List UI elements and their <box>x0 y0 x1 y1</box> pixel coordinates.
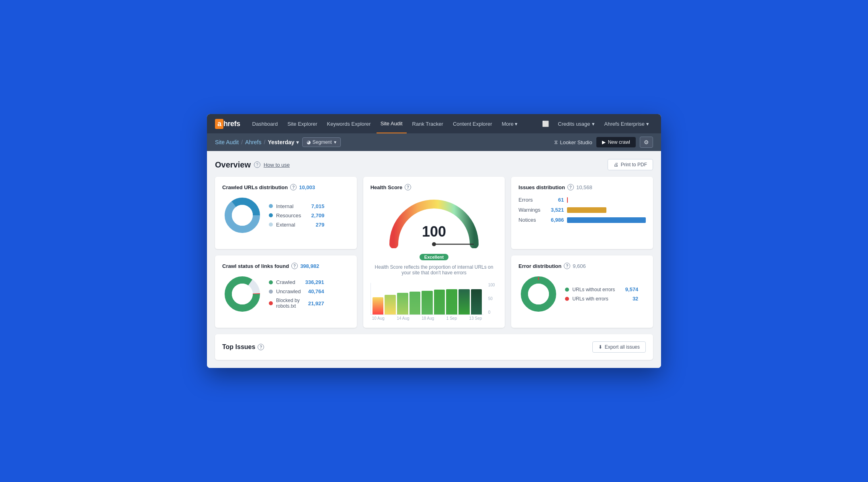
uncrawled-value[interactable]: 40,764 <box>304 288 324 294</box>
legend-with-errors: URLs with errors 32 <box>565 296 638 302</box>
nav-site-audit[interactable]: Site Audit <box>377 114 407 133</box>
gauge-score: 100 <box>422 223 446 240</box>
bar-1 <box>373 283 384 315</box>
looker-icon: ⧖ <box>554 139 558 145</box>
blocked-dot <box>269 301 273 305</box>
warnings-bar <box>567 207 606 213</box>
export-all-issues-button[interactable]: ⬇ Export all issues <box>592 341 646 353</box>
overview-left: Overview ? How to use <box>215 160 290 170</box>
health-content: 100 Excellent Health Score reflects the … <box>371 192 498 321</box>
breadcrumb-sep-2: / <box>264 139 266 145</box>
logo: a hrefs <box>215 119 240 129</box>
errors-count[interactable]: 61 <box>548 197 564 203</box>
overview-header: Overview ? How to use 🖨 Print to PDF <box>215 159 653 170</box>
crawl-status-card: Crawl status of links found ? 398,982 <box>215 255 357 328</box>
new-crawl-button[interactable]: ▶ New crawl <box>596 137 636 147</box>
legend-resources: Resources 2,709 <box>269 212 324 219</box>
credits-usage-btn[interactable]: Credits usage ▾ <box>554 114 598 133</box>
crawled-dot <box>269 280 273 284</box>
pie-icon: ◕ <box>307 139 311 145</box>
external-value[interactable]: 279 <box>304 222 324 228</box>
bar-8 <box>459 283 470 315</box>
chevron-down-icon: ▾ <box>334 139 336 145</box>
issues-warnings-row: Warnings 3,521 <box>518 207 646 213</box>
error-distribution-title: Error distribution ? 9,606 <box>518 263 646 269</box>
health-gauge: 100 <box>386 196 482 248</box>
bar-9 <box>471 283 482 315</box>
health-description: Health Score reflects the proportion of … <box>371 264 498 276</box>
error-dist-legend: URLs without errors 9,574 URLs with erro… <box>565 286 638 302</box>
error-dist-total: 9,606 <box>573 263 586 269</box>
legend-uncrawled: Uncrawled 40,764 <box>269 288 324 294</box>
health-bars: 100 50 0 <box>371 283 484 315</box>
warnings-count[interactable]: 3,521 <box>548 207 564 213</box>
looker-studio-btn[interactable]: ⧖ Looker Studio <box>554 139 592 145</box>
export-icon: ⬇ <box>598 344 602 350</box>
segment-button[interactable]: ◕ Segment ▾ <box>302 137 341 147</box>
how-to-link[interactable]: How to use <box>264 162 290 168</box>
with-errors-value[interactable]: 32 <box>618 296 638 302</box>
nav-dashboard[interactable]: Dashboard <box>248 114 282 133</box>
crawled-value[interactable]: 336,291 <box>304 279 324 285</box>
bar-2 <box>385 283 396 315</box>
chevron-down-icon: ▾ <box>296 139 299 145</box>
crawl-status-help-icon[interactable]: ? <box>291 263 298 269</box>
blocked-value[interactable]: 21,927 <box>304 300 324 306</box>
crawl-status-donut <box>222 274 262 314</box>
issues-distribution-title: Issues distribution ? 10,568 <box>518 184 646 190</box>
top-issues-help-icon[interactable]: ? <box>258 344 264 350</box>
legend-without-errors: URLs without errors 9,574 <box>565 286 638 292</box>
errors-bar-wrap <box>567 197 646 203</box>
nav-keywords-explorer[interactable]: Keywords Explorer <box>323 114 375 133</box>
chevron-down-icon: ▾ <box>515 121 518 127</box>
with-errors-dot <box>565 297 569 301</box>
bar-7 <box>446 283 457 315</box>
page-title: Overview <box>215 160 251 170</box>
nav-site-explorer[interactable]: Site Explorer <box>283 114 321 133</box>
breadcrumb-sep-1: / <box>241 139 243 145</box>
svg-point-9 <box>232 284 253 304</box>
notices-count[interactable]: 6,986 <box>548 217 564 223</box>
issues-help-icon[interactable]: ? <box>567 184 574 190</box>
issues-bars: Errors 61 Warnings 3,521 N <box>518 197 646 223</box>
resources-value[interactable]: 2,709 <box>304 212 324 219</box>
nav-more[interactable]: More ▾ <box>497 114 522 133</box>
chevron-down-icon: ▾ <box>592 121 595 127</box>
crawl-status-total[interactable]: 398,982 <box>300 263 319 269</box>
browser-window: a hrefs Dashboard Site Explorer Keywords… <box>207 114 661 368</box>
gear-icon: ⚙ <box>644 139 649 145</box>
bar-y-labels: 100 50 0 <box>488 283 495 315</box>
crawled-urls-chart-row: Internal 7,015 Resources 2,709 External … <box>222 195 350 235</box>
help-icon[interactable]: ? <box>254 161 260 168</box>
breadcrumb-ahrefs[interactable]: Ahrefs <box>245 139 261 145</box>
health-score-help-icon[interactable]: ? <box>405 184 411 190</box>
sub-nav: Site Audit / Ahrefs / Yesterday ▾ ◕ Segm… <box>207 133 661 151</box>
nav-content-explorer[interactable]: Content Explorer <box>449 114 496 133</box>
external-dot <box>269 223 273 227</box>
enterprise-btn[interactable]: Ahrefs Enterprise ▾ <box>600 114 653 133</box>
crawl-status-legend: Crawled 336,291 Uncrawled 40,764 Blocked… <box>269 279 324 309</box>
uncrawled-dot <box>269 290 273 294</box>
crawled-urls-total[interactable]: 10,003 <box>299 184 315 190</box>
internal-value[interactable]: 7,015 <box>304 203 324 209</box>
errors-bar <box>567 197 568 203</box>
crawled-urls-help-icon[interactable]: ? <box>290 184 297 190</box>
without-errors-value[interactable]: 9,574 <box>618 286 638 292</box>
health-bar-chart: 100 50 0 10 Aug 14 Aug 18 Aug 1 Sep 13 S… <box>371 283 498 321</box>
breadcrumb: Site Audit / Ahrefs / Yesterday ▾ <box>215 139 299 145</box>
health-score-card: Health Score ? <box>363 177 505 328</box>
nav-rank-tracker[interactable]: Rank Tracker <box>408 114 447 133</box>
main-content: Overview ? How to use 🖨 Print to PDF Cra… <box>207 151 661 368</box>
print-to-pdf-button[interactable]: 🖨 Print to PDF <box>608 159 653 170</box>
top-issues-title: Top Issues ? <box>222 343 264 351</box>
error-dist-help-icon[interactable]: ? <box>564 263 570 269</box>
settings-button[interactable]: ⚙ <box>640 137 653 148</box>
legend-external: External 279 <box>269 222 324 228</box>
monitor-icon[interactable]: ⬜ <box>539 114 552 133</box>
issues-distribution-card: Issues distribution ? 10,568 Errors 61 W… <box>511 177 653 249</box>
warnings-bar-wrap <box>567 207 646 213</box>
breadcrumb-yesterday-dropdown[interactable]: Yesterday ▾ <box>268 139 299 145</box>
bar-5 <box>422 283 433 315</box>
breadcrumb-site-audit[interactable]: Site Audit <box>215 139 239 145</box>
issues-total: 10,568 <box>576 184 592 190</box>
